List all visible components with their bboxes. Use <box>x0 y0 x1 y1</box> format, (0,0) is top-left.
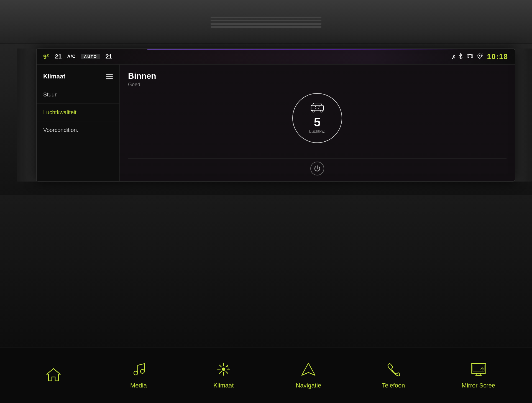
bluetooth-icon: ✗ <box>451 53 463 60</box>
telefoon-label: Telefoon <box>382 382 405 389</box>
svg-rect-22 <box>473 365 484 372</box>
telefoon-icon <box>386 362 401 379</box>
vent-slat <box>211 17 321 18</box>
media-icon <box>131 362 146 379</box>
svg-point-3 <box>479 55 480 57</box>
screen-bezel-left <box>17 49 37 182</box>
status-bar: 9c 21 A/C AUTO 21 ✗ <box>37 49 515 65</box>
svg-line-19 <box>219 371 221 373</box>
status-right: ✗ <box>451 52 508 61</box>
mirror-screen-icon <box>471 362 486 379</box>
nav-telefoon-button[interactable]: Telefoon <box>371 362 416 389</box>
navigatie-label: Navigatie <box>296 382 321 389</box>
sidebar-item-voorcondition[interactable]: Voorcondition. <box>37 121 119 139</box>
svg-marker-20 <box>302 363 315 375</box>
svg-point-2 <box>471 57 472 58</box>
klimaat-label: Klimaat <box>213 382 234 389</box>
menu-icon <box>106 74 113 79</box>
klimaat-icon <box>216 362 231 379</box>
bottom-navigation: Media Klimaat Na <box>0 348 532 403</box>
svg-point-9 <box>134 371 138 375</box>
content-subtitle: Goed <box>128 82 507 88</box>
vent-slat <box>211 23 321 25</box>
nav-klimaat-button[interactable]: Klimaat <box>201 362 246 389</box>
svg-point-10 <box>140 369 144 373</box>
infotainment-screen: 9c 21 A/C AUTO 21 ✗ <box>36 49 515 182</box>
air-quality-display: 5 Luchtkw. <box>128 93 507 143</box>
screen-bezel-right <box>514 49 532 182</box>
status-left: 9c 21 A/C AUTO 21 <box>43 53 112 60</box>
svg-line-16 <box>219 365 221 367</box>
svg-point-5 <box>312 110 314 112</box>
air-quality-number: 5 <box>314 116 321 128</box>
svg-point-6 <box>320 110 322 112</box>
ac-label: A/C <box>67 54 76 59</box>
air-quality-label: Luchtkw. <box>309 129 325 134</box>
auto-badge: AUTO <box>81 54 100 59</box>
sidebar: Klimaat Stuur Luchtkwaliteit Voorconditi… <box>37 65 120 181</box>
sidebar-item-luchtkwaliteit[interactable]: Luchtkwaliteit <box>37 104 119 121</box>
svg-rect-0 <box>467 55 473 58</box>
ac-temp-right: 21 <box>106 53 112 60</box>
svg-point-11 <box>222 368 225 371</box>
air-quality-car-icon <box>311 103 324 115</box>
air-quality-circle: 5 Luchtkw. <box>292 93 342 143</box>
vent-slats <box>211 17 321 28</box>
signal-icon <box>477 53 483 60</box>
content-divider <box>128 159 507 159</box>
outside-temperature: 9c <box>43 53 49 60</box>
power-button[interactable] <box>310 162 324 175</box>
nav-navigatie-button[interactable]: Navigatie <box>286 362 331 389</box>
svg-point-8 <box>319 106 319 107</box>
screen-content: Klimaat Stuur Luchtkwaliteit Voorconditi… <box>37 65 515 181</box>
nav-media-button[interactable]: Media <box>116 362 161 389</box>
sidebar-item-klimaat[interactable]: Klimaat <box>37 67 119 86</box>
menu-line <box>106 76 113 77</box>
svg-point-7 <box>315 106 316 107</box>
status-icons: ✗ <box>451 53 483 60</box>
connected-device-icon <box>467 53 473 60</box>
home-icon <box>46 367 61 384</box>
progress-bar <box>147 49 459 50</box>
mirror-screen-label: Mirror Scree <box>462 382 495 389</box>
vent-slat <box>211 26 321 28</box>
sidebar-item-stuur[interactable]: Stuur <box>37 86 119 104</box>
menu-line <box>106 74 113 75</box>
top-vent-area <box>0 0 532 44</box>
svg-line-17 <box>226 371 228 373</box>
vent-slat <box>211 20 321 22</box>
navigatie-icon <box>301 362 316 379</box>
nav-home-button[interactable] <box>31 367 76 384</box>
center-console <box>0 195 532 348</box>
ac-temp-left: 21 <box>55 53 62 60</box>
menu-line <box>106 78 113 79</box>
content-title: Binnen <box>128 71 507 81</box>
content-panel: Binnen Goed <box>120 65 515 181</box>
clock-display: 10:18 <box>487 52 508 61</box>
media-label: Media <box>130 382 147 389</box>
nav-mirror-button[interactable]: Mirror Scree <box>456 362 501 389</box>
power-button-container <box>310 162 324 175</box>
svg-point-1 <box>468 57 469 58</box>
